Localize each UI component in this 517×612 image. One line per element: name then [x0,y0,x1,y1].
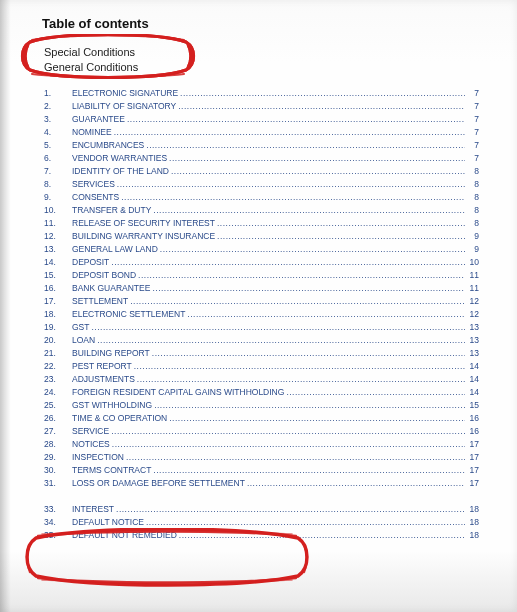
toc-row: 27.SERVICE16 [42,427,479,440]
toc-number: 23. [42,375,72,384]
toc-number: 26. [42,414,72,423]
toc-leader [97,336,465,345]
toc-leader [153,206,465,215]
toc-row: 13.GENERAL LAW LAND9 [42,245,479,258]
toc-number: 28. [42,440,72,449]
toc-leader [130,297,465,306]
toc-row: 17.SETTLEMENT12 [42,297,479,310]
toc-number: 22. [42,362,72,371]
toc-row: 28.NOTICES17 [42,440,479,453]
toc-page: 7 [467,154,479,163]
toc-label: LOAN [72,336,95,345]
toc-row: 4.NOMINEE7 [42,128,479,141]
toc-label: VENDOR WARRANTIES [72,154,167,163]
toc-leader [152,349,465,358]
toc-number: 34. [42,518,72,527]
toc-label: GST [72,323,89,332]
toc-leader [146,518,465,527]
toc-row: 31.LOSS OR DAMAGE BEFORE SETTLEMENT17 [42,479,479,492]
toc-number: 18. [42,310,72,319]
toc-label: ENCUMBRANCES [72,141,144,150]
toc-row: 5.ENCUMBRANCES7 [42,141,479,154]
toc-number: 7. [42,167,72,176]
toc-number: 27. [42,427,72,436]
toc-leader [134,362,465,371]
toc-number: 14. [42,258,72,267]
toc-number: 3. [42,115,72,124]
toc-list: 1.ELECTRONIC SIGNATURE72.LIABILITY OF SI… [42,89,479,544]
toc-row: 35.DEFAULT NOT REMEDIED18 [42,531,479,544]
toc-row: 22.PEST REPORT14 [42,362,479,375]
toc-label: TIME & CO OPERATION [72,414,167,423]
toc-leader [160,245,465,254]
toc-label: GENERAL LAW LAND [72,245,158,254]
toc-page: 8 [467,193,479,202]
toc-leader [112,440,465,449]
toc-leader [180,89,465,98]
toc-row: 11.RELEASE OF SECURITY INTEREST8 [42,219,479,232]
toc-row: 7.IDENTITY OF THE LAND8 [42,167,479,180]
toc-row: 3.GUARANTEE7 [42,115,479,128]
toc-leader [116,505,465,514]
toc-row: 8.SERVICES8 [42,180,479,193]
toc-page: 17 [467,440,479,449]
toc-row: 21.BUILDING REPORT13 [42,349,479,362]
toc-number: 25. [42,401,72,410]
toc-row: 6.VENDOR WARRANTIES7 [42,154,479,167]
toc-page: 10 [467,258,479,267]
toc-row: 23.ADJUSTMENTS14 [42,375,479,388]
toc-leader [111,427,465,436]
toc-label: DEFAULT NOT REMEDIED [72,531,177,540]
toc-number: 30. [42,466,72,475]
toc-leader [169,414,465,423]
toc-page: 17 [467,453,479,462]
toc-page: 7 [467,141,479,150]
toc-leader [137,375,465,384]
toc-label: ELECTRONIC SETTLEMENT [72,310,185,319]
toc-row: 19.GST13 [42,323,479,336]
toc-label: DEPOSIT [72,258,109,267]
toc-label: INTEREST [72,505,114,514]
toc-number: 24. [42,388,72,397]
toc-number: 35. [42,531,72,540]
toc-page: 7 [467,115,479,124]
toc-label: ELECTRONIC SIGNATURE [72,89,178,98]
toc-page: 13 [467,349,479,358]
toc-number: 9. [42,193,72,202]
toc-leader [154,401,465,410]
toc-number: 2. [42,102,72,111]
heading-special: Special Conditions [44,45,182,60]
toc-label: PEST REPORT [72,362,132,371]
document-page: Table of contents Special Conditions Gen… [0,0,517,612]
toc-label: IDENTITY OF THE LAND [72,167,169,176]
toc-number: 33. [42,505,72,514]
toc-label: GUARANTEE [72,115,125,124]
toc-number: 21. [42,349,72,358]
toc-row: 24.FOREIGN RESIDENT CAPITAL GAINS WITHHO… [42,388,479,401]
toc-label: SERVICE [72,427,109,436]
toc-number: 12. [42,232,72,241]
toc-label: ADJUSTMENTS [72,375,135,384]
toc-row: 29.INSPECTION17 [42,453,479,466]
toc-page: 16 [467,427,479,436]
toc-row: 25.GST WITHHOLDING15 [42,401,479,414]
toc-number: 17. [42,297,72,306]
toc-number: 8. [42,180,72,189]
toc-row: 15.DEPOSIT BOND11 [42,271,479,284]
toc-leader [187,310,465,319]
toc-number: 11. [42,219,72,228]
toc-row: 12.BUILDING WARRANTY INSURANCE9 [42,232,479,245]
toc-leader [152,284,465,293]
toc-row: 10.TRANSFER & DUTY8 [42,206,479,219]
toc-leader [127,115,465,124]
toc-label: LIABILITY OF SIGNATORY [72,102,176,111]
toc-page: 17 [467,479,479,488]
toc-label: DEPOSIT BOND [72,271,136,280]
toc-label: NOMINEE [72,128,112,137]
toc-page: 11 [467,271,479,280]
toc-page: 9 [467,245,479,254]
toc-row: 9.CONSENTS8 [42,193,479,206]
toc-row: 14.DEPOSIT10 [42,258,479,271]
toc-row: 26.TIME & CO OPERATION16 [42,414,479,427]
toc-row: 16.BANK GUARANTEE11 [42,284,479,297]
